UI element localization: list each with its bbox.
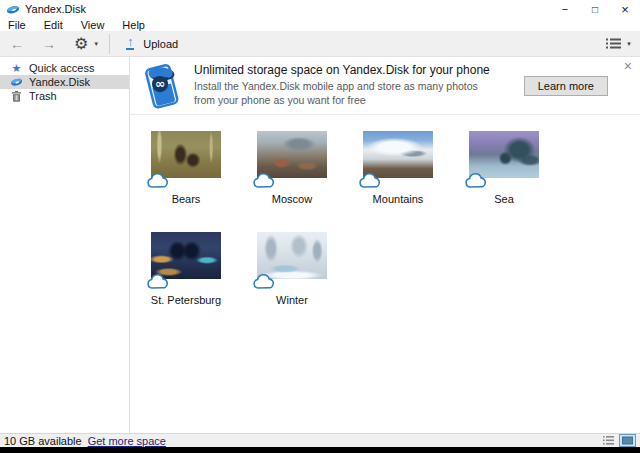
storage-available-text: 10 GB available bbox=[4, 435, 82, 447]
file-tile-bears[interactable]: Bears bbox=[141, 131, 231, 205]
menu-bar: File Edit View Help bbox=[0, 18, 640, 31]
sidebar-item-label: Trash bbox=[29, 90, 57, 102]
file-name: Bears bbox=[141, 193, 231, 205]
banner-body: Install the Yandex.Disk mobile app and s… bbox=[194, 80, 499, 107]
phone-cloud-icon: ∞ bbox=[140, 60, 182, 112]
file-thumbnail bbox=[469, 131, 539, 178]
sidebar-item-trash[interactable]: Trash bbox=[0, 89, 129, 103]
sidebar-item-yandex-disk[interactable]: Yandex.Disk bbox=[0, 75, 129, 89]
content-area: ∞ Unlimited storage space on Yandex.Disk… bbox=[130, 57, 640, 433]
close-button[interactable]: × bbox=[610, 0, 640, 18]
sidebar-item-quick-access[interactable]: ★ Quick access bbox=[0, 61, 129, 75]
details-view-toggle[interactable] bbox=[600, 434, 617, 447]
upload-button[interactable]: ↑ Upload bbox=[118, 35, 186, 52]
toolbar-separator bbox=[109, 34, 110, 54]
file-name: St. Petersburg bbox=[141, 294, 231, 306]
menu-help[interactable]: Help bbox=[120, 19, 153, 31]
learn-more-button[interactable]: Learn more bbox=[524, 76, 608, 96]
thumbnail-view-icon bbox=[622, 436, 633, 445]
file-name: Winter bbox=[247, 294, 337, 306]
star-icon: ★ bbox=[10, 63, 23, 74]
promo-banner: ∞ Unlimited storage space on Yandex.Disk… bbox=[130, 57, 640, 115]
file-grid: Bears Moscow Mou bbox=[130, 115, 600, 333]
file-thumbnail bbox=[257, 131, 327, 178]
file-tile-winter[interactable]: Winter bbox=[247, 232, 337, 306]
gear-icon: ⚙ bbox=[74, 36, 88, 52]
view-mode-button[interactable]: ▼ bbox=[606, 38, 632, 49]
menu-edit[interactable]: Edit bbox=[42, 19, 71, 31]
file-thumbnail bbox=[363, 131, 433, 178]
file-tile-moscow[interactable]: Moscow bbox=[247, 131, 337, 205]
file-thumbnail bbox=[151, 131, 221, 178]
yandex-disk-logo-icon bbox=[10, 77, 23, 87]
file-name: Mountains bbox=[353, 193, 443, 205]
cloud-sync-icon bbox=[146, 171, 170, 190]
banner-title: Unlimited storage space on Yandex.Disk f… bbox=[194, 63, 499, 77]
settings-button[interactable]: ⚙ ▼ bbox=[74, 36, 99, 52]
file-tile-st-petersburg[interactable]: St. Petersburg bbox=[141, 232, 231, 306]
cloud-sync-icon bbox=[252, 171, 276, 190]
sidebar-item-label: Yandex.Disk bbox=[29, 76, 90, 88]
yandex-disk-logo-icon bbox=[6, 4, 20, 15]
chevron-down-icon: ▼ bbox=[93, 41, 99, 47]
upload-label: Upload bbox=[143, 38, 178, 50]
file-thumbnail bbox=[151, 232, 221, 279]
details-view-icon bbox=[603, 436, 614, 445]
main-area: ★ Quick access Yandex.Disk bbox=[0, 57, 640, 433]
yandex-disk-window: Yandex.Disk − □ × File Edit View Help ← … bbox=[0, 0, 640, 453]
list-view-icon bbox=[606, 38, 621, 49]
sidebar-item-label: Quick access bbox=[29, 62, 94, 74]
title-bar: Yandex.Disk − □ × bbox=[0, 0, 640, 18]
cloud-sync-icon bbox=[358, 171, 382, 190]
banner-close-icon[interactable]: × bbox=[624, 59, 632, 73]
cloud-sync-icon bbox=[146, 272, 170, 291]
maximize-button[interactable]: □ bbox=[580, 0, 610, 18]
status-bar: 10 GB available Get more space bbox=[0, 433, 640, 447]
toolbar: ← → ⚙ ▼ ↑ Upload ▼ bbox=[0, 31, 640, 57]
trash-icon bbox=[10, 91, 23, 102]
chevron-down-icon: ▼ bbox=[626, 41, 632, 47]
infinity-icon: ∞ bbox=[155, 76, 165, 91]
screenshot-bottom-border bbox=[0, 447, 640, 453]
file-name: Moscow bbox=[247, 193, 337, 205]
cloud-sync-icon bbox=[464, 171, 488, 190]
upload-arrow-icon: ↑ bbox=[126, 37, 134, 50]
thumbnail-view-toggle[interactable] bbox=[619, 434, 636, 447]
banner-text: Unlimited storage space on Yandex.Disk f… bbox=[194, 63, 499, 107]
minimize-button[interactable]: − bbox=[550, 0, 580, 18]
window-title: Yandex.Disk bbox=[25, 3, 86, 15]
file-name: Sea bbox=[459, 193, 549, 205]
file-thumbnail bbox=[257, 232, 327, 279]
cloud-sync-icon bbox=[252, 272, 276, 291]
file-tile-mountains[interactable]: Mountains bbox=[353, 131, 443, 205]
get-more-space-link[interactable]: Get more space bbox=[88, 435, 166, 447]
forward-arrow-icon[interactable]: → bbox=[36, 33, 62, 55]
file-tile-sea[interactable]: Sea bbox=[459, 131, 549, 205]
sidebar: ★ Quick access Yandex.Disk bbox=[0, 57, 130, 433]
menu-file[interactable]: File bbox=[6, 19, 34, 31]
back-arrow-icon[interactable]: ← bbox=[4, 33, 30, 55]
window-controls: − □ × bbox=[550, 0, 640, 18]
view-toggles bbox=[598, 434, 636, 447]
menu-view[interactable]: View bbox=[79, 19, 113, 31]
